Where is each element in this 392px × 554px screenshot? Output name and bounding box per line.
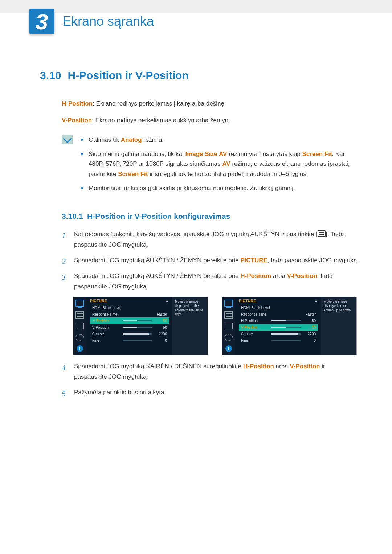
osd-row-vposition: V-Position50 (90, 324, 169, 331)
note-item: Galimas tik Analog režimu. (81, 135, 359, 145)
osd-hposition: i PICTURE▲ HDMI Black Level Response Tim… (73, 297, 208, 355)
osd-screenshots: i PICTURE▲ HDMI Black Level Response Tim… (73, 297, 359, 355)
intro-vposition: V-Position: Ekrano rodinys perkeliamas a… (62, 116, 359, 125)
section-number: 3.10 (40, 69, 61, 81)
osd-icon-bar: i (73, 297, 86, 355)
step-3: 3 Spausdami JOG mygtuką AUKŠTYN / ŽEMYN … (62, 271, 359, 292)
osd-row-response: Response TimeFaster (239, 311, 318, 317)
picture-icon (75, 311, 84, 319)
vpos-desc: : Ekrano rodinys perkeliamas aukštyn arb… (92, 117, 230, 124)
gear-icon (224, 334, 233, 341)
gear-icon (75, 334, 84, 341)
step-5: 5 Pažymėta parinktis bus pritaikyta. (62, 387, 359, 398)
osd-row-fine: Fine0 (90, 337, 169, 344)
subsection-heading: 3.10.1 H-Position ir V-Position konfigūr… (62, 212, 359, 221)
osd-tooltip-h: Move the image displayed on the screen t… (172, 297, 208, 355)
note-icon (62, 135, 73, 144)
osd-row-coarse: Coarse2200 (239, 331, 318, 337)
info-icon: i (225, 345, 232, 352)
chapter-number-badge: 3 (29, 9, 54, 34)
monitor-icon (224, 300, 233, 307)
step-number: 5 (62, 387, 66, 400)
page-content: 3.10H-Position ir V-Position H-Position:… (0, 37, 392, 398)
section-heading: 3.10H-Position ir V-Position (40, 69, 359, 82)
osd-row-coarse: Coarse2200 (90, 331, 169, 337)
intro-hposition: H-Position: Ekrano rodinys perkeliamas į… (62, 99, 359, 108)
hpos-desc: : Ekrano rodinys perkeliamas į kairę arb… (93, 100, 226, 107)
osd-row-hposition: H-Position50 (239, 317, 318, 324)
osd-title: PICTURE (90, 299, 107, 303)
osd-row-hposition-selected: H-Position50 (90, 317, 169, 324)
step-4: 4 Spausdami JOG mygtuką KAIRĖN / DEŠINĖN… (62, 361, 359, 382)
steps-list: 1 Kai rodomas funkcinių klavišų vadovas,… (62, 229, 359, 292)
step-number: 2 (62, 255, 66, 268)
osd-icon-bar: i (222, 297, 235, 355)
osd-row-response: Response TimeFaster (90, 311, 169, 317)
arrows-icon (76, 323, 84, 329)
subsection-number: 3.10.1 (62, 212, 83, 220)
picture-icon (224, 311, 233, 319)
step-2: 2 Spausdami JOG mygtuką AUKŠTYN / ŽEMYN … (62, 255, 359, 266)
subsection-title: H-Position ir V-Position konfigūravimas (87, 212, 230, 220)
note-block: Galimas tik Analog režimu. Šiuo meniu ga… (62, 135, 359, 197)
step-1: 1 Kai rodomas funkcinių klavišų vadovas,… (62, 229, 359, 250)
osd-vposition: i PICTURE▲ HDMI Black Level Response Tim… (222, 297, 356, 355)
osd-row-vposition-selected: V-Position50 (239, 324, 318, 331)
osd-row-fine: Fine0 (239, 337, 318, 344)
note-item: Šiuo meniu galima naudotis, tik kai Imag… (81, 149, 359, 179)
vpos-label: V-Position (62, 117, 92, 124)
step-number: 3 (62, 270, 66, 284)
chapter-header: 3 Ekrano sąranka (0, 6, 392, 37)
hpos-label: H-Position (62, 100, 93, 107)
step-number: 4 (62, 361, 66, 374)
up-arrow-icon: ▲ (314, 299, 318, 303)
osd-tooltip-v: Move the image displayed on the screen u… (321, 297, 356, 355)
chapter-title: Ekrano sąranka (62, 14, 154, 29)
up-arrow-icon: ▲ (166, 299, 169, 303)
osd-menu: PICTURE▲ HDMI Black Level Response TimeF… (86, 297, 172, 355)
osd-menu: PICTURE▲ HDMI Black Level Response TimeF… (235, 297, 321, 355)
osd-title: PICTURE (239, 299, 256, 303)
monitor-icon (75, 300, 84, 307)
info-icon: i (77, 345, 83, 352)
arrows-icon (225, 323, 233, 329)
osd-row-hdmi: HDMI Black Level (239, 304, 318, 311)
step-number: 1 (62, 229, 66, 242)
menu-icon (318, 230, 326, 237)
steps-list-2: 4 Spausdami JOG mygtuką KAIRĖN / DEŠINĖN… (62, 361, 359, 398)
note-list: Galimas tik Analog režimu. Šiuo meniu ga… (81, 135, 359, 197)
osd-row-hdmi: HDMI Black Level (90, 304, 169, 311)
note-item: Monitoriaus funkcijos gali skirtis prikl… (81, 183, 359, 193)
section-title: H-Position ir V-Position (68, 69, 188, 81)
